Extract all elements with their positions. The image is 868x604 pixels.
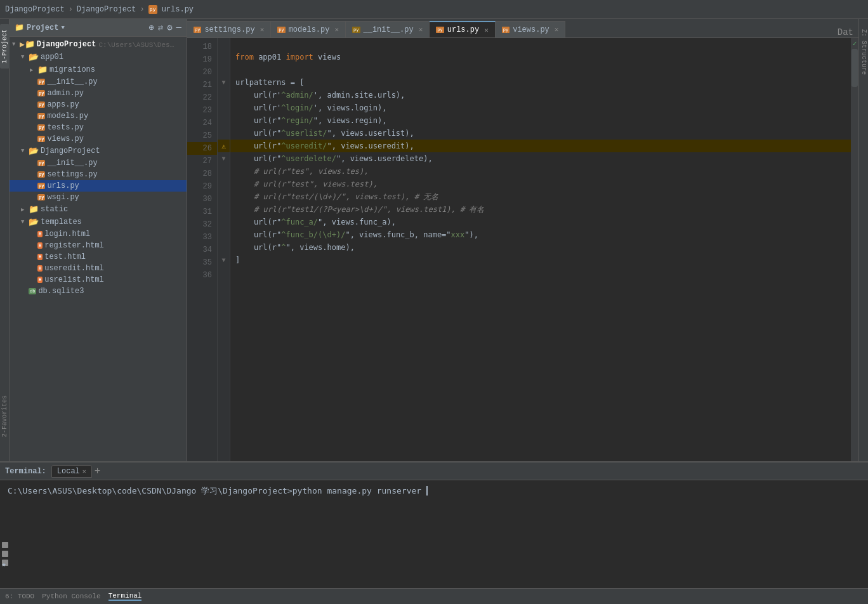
tab-label: models.py [289,25,330,34]
tree-item-migrations[interactable]: ▶📁migrations [10,63,187,76]
tab-close[interactable]: ✕ [334,25,339,34]
tree-item-usrelist-html[interactable]: Husrelist.html [10,274,187,286]
breadcrumb-sub[interactable]: DjangoProject [77,5,136,14]
tree-item-static[interactable]: ▶📁static [10,203,187,216]
tree-item-admin-py[interactable]: pyadmin.py [10,88,187,99]
line-number-34: 34 [187,244,217,256]
tree-item-djangoproject-sub[interactable]: ▼📂DjangoProject [10,145,187,157]
favorites-side-tab[interactable]: 2-Favorites [0,390,10,442]
py-icon: py [37,194,45,200]
status-tab-terminal[interactable]: Terminal [109,592,142,601]
status-tab-6:-todo[interactable]: 6: TODO [5,593,34,600]
gutter-line-21[interactable]: ▼ [218,76,230,89]
gutter-line-34 [218,241,230,254]
py-icon: py [37,90,45,96]
project-action-expand[interactable]: ⇄ [158,22,163,33]
tree-item-init-py[interactable]: py__init__.py [10,76,187,88]
tree-item-wsgi-py[interactable]: pywsgi.py [10,192,187,203]
project-action-minimize[interactable]: — [176,22,181,33]
code-content[interactable]: from app01 import viewsurlpatterns = [ u… [230,38,851,461]
tree-item-urls-py[interactable]: pyurls.py [10,180,187,192]
gutter-line-27[interactable]: ▼ [218,152,230,165]
project-actions: ⊕ ⇄ ⚙ — [148,22,181,33]
tab-close[interactable]: ✕ [419,25,423,34]
token: url(r' [235,102,281,114]
terminal-tab-close[interactable]: ✕ [82,468,86,475]
right-scrollbar[interactable]: ✓ [851,38,858,461]
project-dropdown-icon[interactable]: ▼ [61,25,64,31]
token: import [286,51,318,63]
token: # url(r"test1/(?P<year>\d+)/", views.tes… [235,203,484,216]
tree-item-views-py[interactable]: pyviews.py [10,133,187,145]
terminal-tab-local[interactable]: Local ✕ [51,465,92,478]
line-number-21: 21 [187,79,217,91]
tree-item-djangoproject-root[interactable]: ▼▶📁DjangoProjectC:\Users\ASUS\Desktop\co… [10,38,187,51]
tree-label: templates [41,218,82,226]
html-icon: H [37,254,43,260]
tree-item-test-html[interactable]: Htest.html [10,251,187,263]
html-icon: H [37,242,43,249]
folder-root-icon: ▶📁 [20,39,35,49]
tree-item-login-html[interactable]: Hlogin.html [10,228,187,240]
structure-side-tab[interactable]: Z: Structure [859,24,869,80]
fold-icon[interactable]: ▼ [221,257,225,264]
gutter-line-26[interactable]: ⚠ [218,140,230,152]
tab-init[interactable]: py __init__.py ✕ [346,21,430,37]
tree-item-tests-py[interactable]: pytests.py [10,122,187,133]
tab-views[interactable]: py views.py ✕ [496,21,566,37]
project-action-locate[interactable]: ⊕ [148,22,154,33]
tab-close[interactable]: ✕ [555,25,559,34]
tree-item-init-py2[interactable]: py__init__.py [10,157,187,169]
tab-close[interactable]: ✕ [260,25,265,34]
tree-label: DjangoProject [37,40,96,49]
line-number-36: 36 [187,269,217,282]
token: url(r" [235,114,281,127]
py-icon: py [37,136,45,142]
tree-item-templates[interactable]: ▼📂templates [10,216,187,228]
tree-item-settings-py[interactable]: pysettings.py [10,169,187,180]
token: ^login/ [281,102,313,114]
gutter-line-33 [218,228,230,241]
tree-item-apps-py[interactable]: pyapps.py [10,99,187,110]
code-line-22: url(r'^admin/', admin.site.urls), [230,89,851,102]
tree-item-register-html[interactable]: Hregister.html [10,240,187,251]
terminal-content[interactable]: C:\Users\ASUS\Desktop\code\CSDN\DJango 学… [0,480,868,588]
tab-settings[interactable]: py settings.py ✕ [187,21,271,37]
project-side-tab[interactable]: 1-Project [0,24,10,69]
scroll-thumb[interactable] [852,49,858,87]
terminal-command: C:\Users\ASUS\Desktop\code\CSDN\DJango 学… [8,486,421,496]
tab-label: views.py [513,25,549,34]
tree-item-useredit-html[interactable]: Huseredit.html [10,263,187,274]
terminal-add-button[interactable]: + [95,466,101,477]
tree-item-app01[interactable]: ▼📂app01 [10,51,187,63]
token: ] [235,254,240,266]
tab-panel-button[interactable]: Dat [832,27,858,37]
tab-models[interactable]: py models.py ✕ [271,21,346,37]
gutter-line-18 [218,38,230,51]
tree-item-db-sqlite3[interactable]: dbdb.sqlite3 [10,286,187,297]
breadcrumb-root[interactable]: DjangoProject [5,5,65,14]
fold-icon[interactable]: ▼ [221,79,225,86]
tree-item-models-py[interactable]: pymodels.py [10,110,187,122]
token: url(r" [235,140,281,152]
token: # url(r"tes", views.tes), [235,165,369,178]
tab-close[interactable]: ✕ [484,26,489,34]
breadcrumb-file: urls.py [162,5,194,14]
tree-label: __init__.py [47,77,97,86]
tree-label: views.py [47,135,84,143]
gutter-line-30 [218,190,230,203]
token: ", views.userdelete), [336,152,433,165]
line-number-31: 31 [187,206,217,218]
left-side-panel: 1-Project 2-Favorites ★ [0,19,10,461]
right-structure-panel: Z: Structure [858,19,868,461]
fold-icon[interactable]: ▼ [221,155,225,162]
gutter-line-35[interactable]: ▼ [218,254,230,266]
project-action-settings[interactable]: ⚙ [167,22,172,33]
line-number-32: 32 [187,218,217,231]
line-number-35: 35 [187,256,217,269]
token: ^regin/ [281,114,313,127]
line-number-33: 33 [187,231,217,244]
status-tab-python-console[interactable]: Python Console [42,593,100,600]
line-number-29: 29 [187,180,217,193]
tab-urls[interactable]: py urls.py ✕ [430,21,495,37]
